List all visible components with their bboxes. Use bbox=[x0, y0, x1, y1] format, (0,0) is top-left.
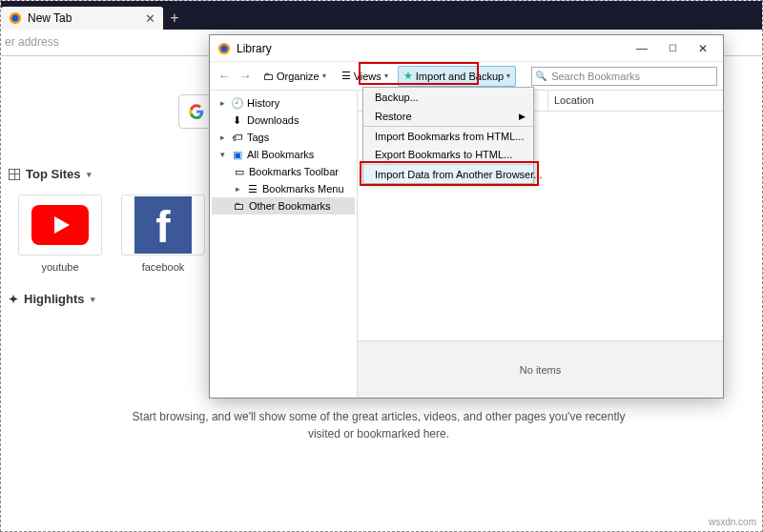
new-tab-button[interactable]: + bbox=[163, 7, 186, 30]
back-button[interactable]: ← bbox=[216, 69, 233, 83]
library-title: Library bbox=[237, 42, 272, 55]
bookmark-icon: ▣ bbox=[231, 149, 243, 161]
menu-export-html[interactable]: Export Bookmarks to HTML... bbox=[363, 145, 533, 164]
views-button[interactable]: ☰ Views ▾ bbox=[336, 66, 394, 87]
search-placeholder: Search Bookmarks bbox=[551, 71, 640, 82]
tag-icon: 🏷 bbox=[231, 132, 243, 143]
tree-other-bookmarks[interactable]: 🗀Other Bookmarks bbox=[212, 197, 355, 215]
browser-tab[interactable]: New Tab ✕ bbox=[1, 7, 163, 30]
firefox-icon bbox=[9, 11, 22, 25]
expand-icon[interactable]: ▸ bbox=[233, 184, 242, 194]
tree-downloads[interactable]: ⬇Downloads bbox=[212, 112, 355, 129]
menu-restore[interactable]: Restore▶ bbox=[363, 107, 533, 126]
highlights-empty-text: Start browsing, and we'll show some of t… bbox=[123, 408, 634, 442]
firefox-icon bbox=[217, 42, 231, 55]
views-icon: ☰ bbox=[341, 70, 351, 82]
expand-icon[interactable]: ▸ bbox=[217, 98, 227, 108]
tree-bookmarks-menu[interactable]: ▸☰Bookmarks Menu bbox=[212, 180, 355, 197]
import-backup-menu: Backup... Restore▶ Import Bookmarks from… bbox=[362, 87, 534, 184]
tree-tags[interactable]: ▸🏷Tags bbox=[212, 129, 355, 146]
forward-button[interactable]: → bbox=[237, 69, 254, 83]
toolbar-icon: ▭ bbox=[233, 166, 245, 178]
caret-icon: ▾ bbox=[384, 72, 388, 80]
submenu-arrow-icon: ▶ bbox=[519, 112, 526, 121]
tile-youtube[interactable]: youtube bbox=[18, 194, 102, 273]
close-tab-icon[interactable]: ✕ bbox=[145, 11, 155, 26]
google-icon bbox=[189, 104, 204, 119]
sparkle-icon: ✦ bbox=[9, 293, 18, 306]
caret-icon: ▾ bbox=[322, 72, 326, 80]
star-icon: ★ bbox=[403, 70, 413, 82]
organize-icon: 🗀 bbox=[263, 71, 274, 82]
tree-bookmarks-toolbar[interactable]: ▭Bookmarks Toolbar bbox=[212, 163, 355, 180]
menu-import-html[interactable]: Import Bookmarks from HTML... bbox=[363, 126, 533, 145]
tab-title: New Tab bbox=[28, 11, 72, 25]
menu-backup[interactable]: Backup... bbox=[363, 88, 533, 107]
library-search-input[interactable]: Search Bookmarks bbox=[531, 67, 717, 86]
library-window: Library — ☐ ✕ ← → 🗀 Organize ▾ ☰ Views ▾… bbox=[209, 34, 724, 399]
download-icon: ⬇ bbox=[231, 114, 243, 127]
library-tree: ▸🕘History ⬇Downloads ▸🏷Tags ▾▣All Bookma… bbox=[210, 91, 358, 398]
column-location[interactable]: Location bbox=[548, 91, 723, 111]
caret-icon: ▾ bbox=[506, 72, 510, 80]
collapse-icon[interactable]: ▾ bbox=[217, 150, 227, 159]
menu-icon: ☰ bbox=[246, 183, 258, 195]
grid-icon bbox=[9, 169, 20, 180]
svg-point-7 bbox=[221, 45, 228, 51]
library-empty-state: No items bbox=[358, 340, 723, 398]
close-button[interactable]: ✕ bbox=[691, 42, 715, 55]
clock-icon: 🕘 bbox=[231, 97, 243, 110]
browser-tab-bar: New Tab ✕ + bbox=[1, 1, 762, 30]
maximize-button[interactable]: ☐ bbox=[660, 43, 685, 53]
minimize-button[interactable]: — bbox=[629, 42, 654, 55]
watermark: wsxdn.com bbox=[709, 517, 756, 527]
library-toolbar: ← → 🗀 Organize ▾ ☰ Views ▾ ★ Import and … bbox=[210, 62, 723, 91]
facebook-icon: f bbox=[134, 196, 192, 254]
organize-button[interactable]: 🗀 Organize ▾ bbox=[258, 66, 332, 87]
tree-all-bookmarks[interactable]: ▾▣All Bookmarks bbox=[212, 146, 355, 163]
menu-import-another-browser[interactable]: Import Data from Another Browser... bbox=[363, 164, 533, 183]
tree-history[interactable]: ▸🕘History bbox=[212, 94, 355, 112]
expand-icon[interactable]: ▸ bbox=[217, 133, 227, 142]
chevron-down-icon: ▾ bbox=[87, 170, 92, 179]
library-titlebar[interactable]: Library — ☐ ✕ bbox=[210, 35, 723, 62]
youtube-icon bbox=[31, 205, 89, 245]
tile-facebook[interactable]: f facebook bbox=[121, 194, 205, 273]
folder-icon: 🗀 bbox=[233, 200, 245, 212]
svg-text:f: f bbox=[155, 202, 171, 252]
import-backup-button[interactable]: ★ Import and Backup ▾ bbox=[398, 66, 516, 87]
svg-point-1 bbox=[12, 15, 19, 22]
chevron-down-icon: ▾ bbox=[91, 295, 95, 304]
